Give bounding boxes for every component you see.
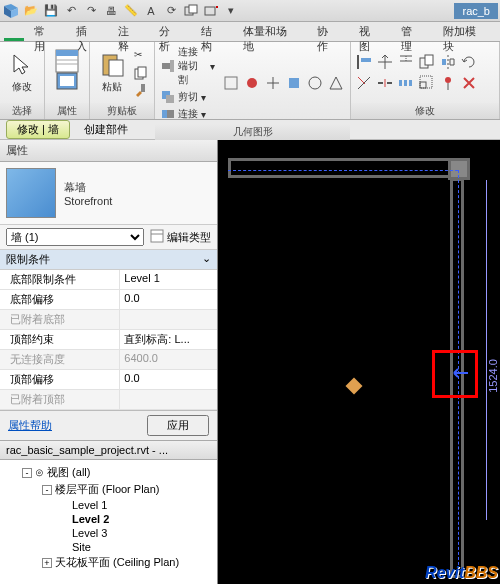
instance-selector[interactable]: 墙 (1) [6,228,144,246]
expand-icon[interactable]: + [42,558,52,568]
watermark: RevitBBS [425,564,498,582]
properties-panel-title: 属性 [0,140,217,162]
geo-icon-6[interactable] [328,75,344,91]
svg-rect-30 [409,80,412,86]
cut-button[interactable]: ✂ [132,48,150,64]
tree-level3[interactable]: Level 3 [0,526,217,540]
properties-help-link[interactable]: 属性帮助 [8,418,52,433]
rotate-icon[interactable] [460,53,478,71]
context-tab-create-assembly[interactable]: 创建部件 [74,121,138,138]
match-button[interactable] [132,82,150,98]
svg-rect-8 [60,76,74,86]
drawing-viewport[interactable]: 1524.0 RevitBBS [218,140,500,584]
svg-rect-25 [361,58,371,62]
measure-icon[interactable]: 📏 [122,2,140,20]
close-hidden-icon[interactable] [202,2,220,20]
project-browser-tree: -⊙ 视图 (all) -楼层平面 (Floor Plan) Level 1 L… [0,460,217,584]
apply-button[interactable]: 应用 [147,415,209,436]
move-icon[interactable] [376,53,394,71]
switch-window-icon[interactable] [182,2,200,20]
ribbon-content: 修改 选择 属性 粘贴 ✂ 剪贴板 [0,42,500,120]
properties-button[interactable] [49,45,85,101]
selection-dash-h [228,170,458,171]
svg-rect-22 [289,78,299,88]
prop-row-top-offset[interactable]: 顶部偏移0.0 [0,370,217,390]
ribbon-tab-analyze[interactable]: 分析 [149,22,191,41]
copy-icon[interactable] [418,53,436,71]
geo-icon-5[interactable] [307,75,323,91]
trim-icon[interactable] [355,74,373,92]
cope-button[interactable]: 连接端切割▾ [159,44,217,88]
scale-icon[interactable] [418,74,436,92]
prop-row-unconnected-height: 无连接高度6400.0 [0,350,217,370]
redo-icon[interactable]: ↷ [82,2,100,20]
ribbon-tabs: 常用 插入 注释 分析 结构 体量和场地 协作 视图 管理 附加模块 [0,22,500,42]
ribbon-tab-annotate[interactable]: 注释 [108,22,150,41]
paste-button[interactable]: 粘贴 [94,45,130,101]
edit-type-icon [150,229,164,245]
quick-access-toolbar: 📂 💾 ↶ ↷ 🖶 📏 A ⟳ ▾ [2,2,240,20]
cope-icon [161,59,175,73]
ribbon-tab-addins[interactable]: 附加模块 [433,22,497,41]
ribbon-tab-manage[interactable]: 管理 [391,22,433,41]
ribbon-tab-home[interactable]: 常用 [24,22,66,41]
delete-icon[interactable] [460,74,478,92]
type-subname: Storefront [64,195,112,207]
filename-tab: rac_b [454,3,498,19]
print-icon[interactable]: 🖶 [102,2,120,20]
edit-type-button[interactable]: 编辑类型 [150,229,211,245]
prop-row-base-constraint[interactable]: 底部限制条件Level 1 [0,270,217,290]
save-icon[interactable]: 💾 [42,2,60,20]
ribbon-tab-collaborate[interactable]: 协作 [307,22,349,41]
title-bar: 📂 💾 ↶ ↷ 🖶 📏 A ⟳ ▾ rac_b [0,0,500,22]
ribbon-tab-massing[interactable]: 体量和场地 [233,22,307,41]
cursor-icon [9,52,35,78]
text-icon[interactable]: A [142,2,160,20]
tree-views-root[interactable]: -⊙ 视图 (all) [0,464,217,481]
collapse-icon[interactable]: - [22,468,32,478]
geo-icon-2[interactable] [244,75,260,91]
dimension-value[interactable]: 1524.0 [487,359,499,393]
geo-icon-1[interactable] [223,75,239,91]
tree-floor-plans[interactable]: -楼层平面 (Floor Plan) [0,481,217,498]
drag-arrow-icon[interactable] [450,366,470,380]
tree-ceiling-plans[interactable]: +天花板平面 (Ceiling Plan) [0,554,217,571]
props-category[interactable]: 限制条件⌄ [0,250,217,270]
tree-level2[interactable]: Level 2 [0,512,217,526]
offset-icon[interactable] [397,53,415,71]
array-icon[interactable] [397,74,415,92]
tree-level1[interactable]: Level 1 [0,498,217,512]
wall-outer [228,158,468,178]
context-tab-modify-wall[interactable]: 修改 | 墙 [6,120,70,139]
properties-icon [54,48,80,74]
tree-site[interactable]: Site [0,540,217,554]
join-icon [161,107,175,121]
group-geometry: 连接端切割▾ 剪切▾ 连接▾ 几何图形 [155,42,351,119]
modify-button[interactable]: 修改 [4,45,40,101]
svg-point-33 [445,77,451,83]
align-icon[interactable] [355,53,373,71]
svg-rect-4 [56,50,78,56]
prop-row-top-constraint[interactable]: 顶部约束直到标高: L... [0,330,217,350]
properties-type-selector[interactable]: 幕墙 Storefront [0,162,217,224]
properties-grid: 限制条件⌄ 底部限制条件Level 1 底部偏移0.0 已附着底部 顶部约束直到… [0,250,217,410]
split-icon[interactable] [376,74,394,92]
mirror-axis-icon[interactable] [439,53,457,71]
dropdown-icon[interactable]: ▾ [222,2,240,20]
geo-icon-4[interactable] [286,75,302,91]
prop-row-base-offset[interactable]: 底部偏移0.0 [0,290,217,310]
app-menu-icon[interactable] [2,2,20,20]
ribbon-tab-view[interactable]: 视图 [349,22,391,41]
geo-icon-3[interactable] [265,75,281,91]
ribbon-tab-structure[interactable]: 结构 [191,22,233,41]
collapse-icon[interactable]: - [42,485,52,495]
ribbon-tab-r[interactable] [4,22,24,41]
sync-icon[interactable]: ⟳ [162,2,180,20]
cut-geom-button[interactable]: 剪切▾ [159,89,217,105]
open-icon[interactable]: 📂 [22,2,40,20]
copy-button[interactable] [132,65,150,81]
undo-icon[interactable]: ↶ [62,2,80,20]
ribbon-tab-insert[interactable]: 插入 [66,22,108,41]
pin-icon[interactable] [439,74,457,92]
join-button[interactable]: 连接▾ [159,106,217,122]
